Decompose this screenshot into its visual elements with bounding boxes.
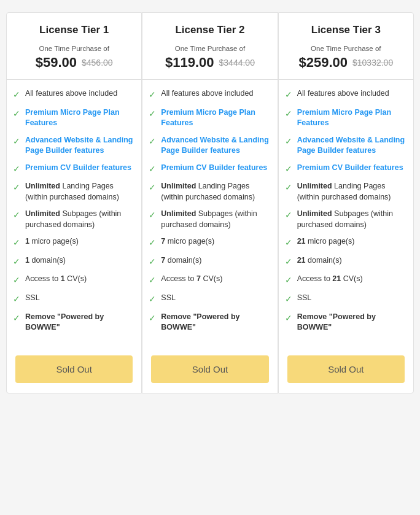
feature-item: ✓Premium Micro Page Plan Features	[149, 107, 270, 129]
check-icon: ✓	[149, 89, 156, 101]
feature-item: ✓All features above included	[13, 88, 134, 101]
feature-text: Access to 7 CV(s)	[161, 274, 222, 285]
feature-item: ✓Remove "Powered by BOWWE"	[285, 312, 406, 333]
feature-item: ✓Unlimited Subpages (within purchased do…	[149, 209, 270, 230]
check-icon: ✓	[285, 274, 292, 287]
feature-item: ✓Unlimited Landing Pages (within purchas…	[149, 181, 270, 203]
feature-text: 1 micro page(s)	[25, 236, 79, 247]
price-current-tier1: $59.00	[36, 55, 77, 71]
check-icon: ✓	[285, 89, 292, 101]
feature-item: ✓Unlimited Landing Pages (within purchas…	[13, 181, 134, 203]
feature-text: Unlimited Landing Pages (within purchase…	[25, 181, 134, 203]
price-original-tier3: $10332.00	[352, 58, 393, 68]
feature-text: Remove "Powered by BOWWE"	[297, 312, 406, 333]
pricing-card-tier2: License Tier 2One Time Purchase of$119.0…	[142, 12, 278, 393]
feature-text: Unlimited Landing Pages (within purchase…	[161, 181, 270, 203]
check-icon: ✓	[13, 108, 20, 120]
feature-text: 7 domain(s)	[161, 255, 201, 266]
check-icon: ✓	[13, 237, 20, 249]
feature-text: All features above included	[297, 88, 389, 99]
card-title-tier3: License Tier 3	[286, 24, 406, 36]
check-icon: ✓	[149, 182, 156, 194]
feature-item: ✓21 micro page(s)	[285, 236, 406, 249]
pricing-card-tier3: License Tier 3One Time Purchase of$259.0…	[278, 12, 414, 393]
feature-item: ✓Remove "Powered by BOWWE"	[13, 312, 134, 333]
price-label-tier2: One Time Purchase of	[150, 45, 270, 52]
check-icon: ✓	[285, 136, 292, 148]
feature-text: Unlimited Subpages (within purchased dom…	[161, 209, 270, 230]
feature-item: ✓Advanced Website & Landing Page Builder…	[13, 135, 134, 157]
card-title-tier2: License Tier 2	[150, 24, 270, 36]
check-icon: ✓	[285, 237, 292, 249]
pricing-card-tier1: License Tier 1One Time Purchase of$59.00…	[6, 12, 142, 393]
pricing-container: License Tier 1One Time Purchase of$59.00…	[6, 12, 414, 393]
check-icon: ✓	[149, 274, 156, 287]
price-original-tier1: $456.00	[82, 58, 113, 68]
sold-out-button-tier2[interactable]: Sold Out	[151, 355, 268, 383]
feature-text: Remove "Powered by BOWWE"	[161, 312, 270, 333]
check-icon: ✓	[285, 182, 292, 194]
feature-text: Access to 1 CV(s)	[25, 274, 87, 285]
feature-item: ✓Unlimited Landing Pages (within purchas…	[285, 181, 406, 203]
feature-text: 1 domain(s)	[25, 255, 66, 266]
check-icon: ✓	[13, 209, 20, 222]
feature-item: ✓Access to 7 CV(s)	[149, 274, 270, 287]
feature-text: Unlimited Subpages (within purchased dom…	[297, 209, 406, 230]
check-icon: ✓	[149, 293, 156, 306]
card-features-tier2: ✓All features above included✓Premium Mic…	[142, 80, 277, 348]
sold-out-button-tier3[interactable]: Sold Out	[287, 355, 405, 383]
check-icon: ✓	[149, 136, 156, 148]
feature-text: Advanced Website & Landing Page Builder …	[297, 135, 406, 157]
feature-item: ✓Remove "Powered by BOWWE"	[149, 312, 270, 333]
feature-item: ✓SSL	[13, 293, 134, 306]
check-icon: ✓	[285, 293, 292, 306]
price-current-tier2: $119.00	[165, 55, 214, 71]
feature-text: Premium Micro Page Plan Features	[161, 107, 270, 129]
feature-text: Premium Micro Page Plan Features	[297, 107, 406, 129]
feature-item: ✓Unlimited Subpages (within purchased do…	[13, 209, 134, 230]
feature-item: ✓7 micro page(s)	[149, 236, 270, 249]
card-features-tier3: ✓All features above included✓Premium Mic…	[279, 80, 413, 348]
feature-item: ✓Premium CV Builder features	[149, 163, 270, 176]
check-icon: ✓	[285, 256, 292, 268]
feature-item: ✓Unlimited Subpages (within purchased do…	[285, 209, 406, 230]
price-row-tier3: $259.00$10332.00	[286, 55, 406, 71]
check-icon: ✓	[149, 256, 156, 268]
feature-text: All features above included	[25, 88, 117, 99]
check-icon: ✓	[149, 312, 156, 325]
check-icon: ✓	[13, 312, 20, 325]
feature-text: 7 micro page(s)	[161, 236, 214, 247]
feature-item: ✓Advanced Website & Landing Page Builder…	[149, 135, 270, 157]
price-label-tier3: One Time Purchase of	[286, 45, 406, 52]
feature-text: Premium Micro Page Plan Features	[25, 107, 134, 129]
check-icon: ✓	[149, 163, 156, 176]
check-icon: ✓	[13, 89, 20, 101]
feature-text: Advanced Website & Landing Page Builder …	[161, 135, 270, 157]
feature-text: 21 micro page(s)	[297, 236, 355, 247]
feature-item: ✓1 micro page(s)	[13, 236, 134, 249]
feature-text: Unlimited Subpages (within purchased dom…	[25, 209, 134, 230]
card-footer-tier3: Sold Out	[279, 348, 413, 393]
check-icon: ✓	[149, 108, 156, 120]
feature-text: Advanced Website & Landing Page Builder …	[25, 135, 134, 157]
feature-text: Premium CV Builder features	[297, 163, 403, 174]
card-header-tier2: License Tier 2One Time Purchase of$119.0…	[142, 13, 277, 80]
check-icon: ✓	[13, 293, 20, 306]
feature-item: ✓Premium Micro Page Plan Features	[285, 107, 406, 129]
feature-text: Premium CV Builder features	[161, 163, 267, 174]
card-title-tier1: License Tier 1	[14, 24, 134, 36]
check-icon: ✓	[13, 163, 20, 176]
price-row-tier1: $59.00$456.00	[14, 55, 134, 71]
feature-item: ✓21 domain(s)	[285, 255, 406, 268]
price-row-tier2: $119.00$3444.00	[150, 55, 270, 71]
price-original-tier2: $3444.00	[219, 58, 255, 68]
feature-item: ✓All features above included	[285, 88, 406, 101]
feature-text: SSL	[297, 293, 312, 304]
feature-item: ✓Access to 21 CV(s)	[285, 274, 406, 287]
feature-text: SSL	[25, 293, 40, 304]
feature-item: ✓Premium CV Builder features	[285, 163, 406, 176]
check-icon: ✓	[13, 274, 20, 287]
price-current-tier3: $259.00	[298, 55, 348, 71]
sold-out-button-tier1[interactable]: Sold Out	[15, 355, 133, 383]
feature-text: Remove "Powered by BOWWE"	[25, 312, 134, 333]
